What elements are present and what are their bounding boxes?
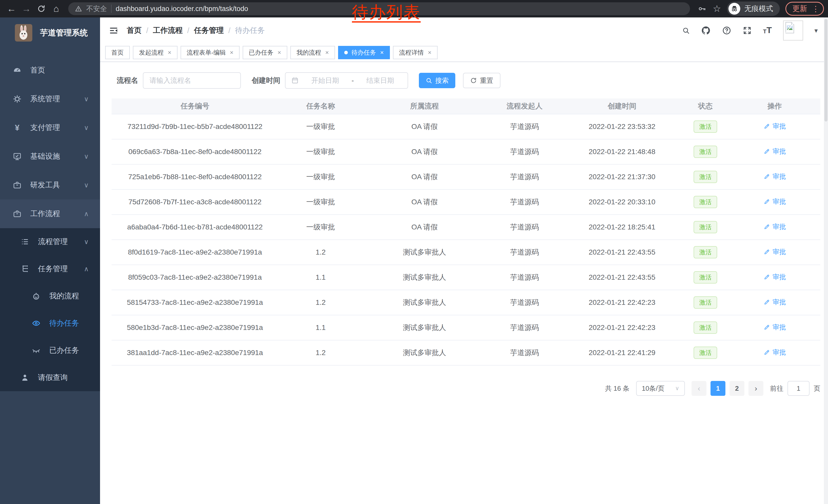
tab-流程表单-编辑[interactable]: 流程表单-编辑× xyxy=(180,46,240,59)
gear-icon xyxy=(11,95,23,103)
search-icon[interactable] xyxy=(682,27,690,34)
reset-button[interactable]: 重置 xyxy=(463,73,500,88)
kebab-menu-icon[interactable]: ⋮ xyxy=(812,4,820,13)
sidebar-item-已办任务[interactable]: 已办任务 xyxy=(0,337,100,364)
table-body: 73211d9d-7b9b-11ec-b5b7-acde48001122一级审批… xyxy=(112,114,820,366)
sidebar-item-label: 待办任务 xyxy=(49,318,79,328)
page-size-select[interactable]: 10条/页 ∨ xyxy=(636,381,685,396)
next-page-button[interactable]: › xyxy=(748,381,763,396)
approve-link[interactable]: 审批 xyxy=(763,273,786,281)
sidebar-item-流程管理[interactable]: 流程管理∨ xyxy=(0,228,100,255)
sidebar-item-任务管理[interactable]: 任务管理∧ xyxy=(0,255,100,282)
goto-page-value: 1 xyxy=(797,384,800,393)
forward-arrow-icon[interactable]: → xyxy=(19,1,34,16)
approve-link[interactable]: 审批 xyxy=(763,348,786,357)
table-row: 73211d9d-7b9b-11ec-b5b7-acde48001122一级审批… xyxy=(112,114,820,139)
help-icon[interactable] xyxy=(722,26,731,35)
approve-link[interactable]: 审批 xyxy=(763,323,786,332)
prev-page-button[interactable]: ‹ xyxy=(692,381,706,396)
user-icon xyxy=(19,373,31,382)
home-icon[interactable]: ⌂ xyxy=(49,1,64,16)
cell-process: 测试多审批人 xyxy=(363,273,486,282)
breadcrumb-separator: / xyxy=(187,27,189,35)
caret-down-icon[interactable]: ▾ xyxy=(815,27,818,35)
cell-initiator: 芋道源码 xyxy=(486,172,563,182)
breadcrumb-item[interactable]: 首页 xyxy=(127,26,141,36)
column-header-流程发起人: 流程发起人 xyxy=(486,101,563,111)
cell-id: 75d72608-7b7f-11ec-a3c8-acde48001122 xyxy=(112,198,278,206)
sidebar-item-工作流程[interactable]: 工作流程∧ xyxy=(0,199,100,228)
cell-initiator: 芋道源码 xyxy=(486,348,563,358)
update-button[interactable]: 更新 ⋮ xyxy=(785,2,824,16)
cell-name: 一级审批 xyxy=(278,122,363,132)
avatar[interactable] xyxy=(783,20,803,41)
approve-link-label: 审批 xyxy=(773,323,786,332)
cell-process: OA 请假 xyxy=(363,172,486,182)
approve-link-label: 审批 xyxy=(773,197,786,206)
tab-首页[interactable]: 首页 xyxy=(105,46,130,59)
key-icon[interactable] xyxy=(695,1,709,16)
pencil-icon xyxy=(763,173,770,180)
page-size-value: 10条/页 xyxy=(642,384,664,393)
process-name-input[interactable]: 请输入流程名 xyxy=(143,72,241,89)
github-icon[interactable] xyxy=(701,26,711,35)
goto-page-input[interactable]: 1 xyxy=(787,381,810,396)
approve-link[interactable]: 审批 xyxy=(763,197,786,206)
approve-link[interactable]: 审批 xyxy=(763,297,786,307)
pencil-icon xyxy=(763,224,770,230)
sidebar-item-待办任务[interactable]: 待办任务 xyxy=(0,310,100,337)
security-label: 不安全 xyxy=(86,4,107,13)
table-row: a6aba0a4-7b6d-11ec-b781-acde48001122一级审批… xyxy=(112,215,820,240)
close-icon[interactable]: × xyxy=(230,49,234,56)
cell-name: 一级审批 xyxy=(278,172,363,182)
breadcrumb-item[interactable]: 工作流程 xyxy=(153,26,182,36)
page-button-2[interactable]: 2 xyxy=(730,381,744,396)
close-icon[interactable]: × xyxy=(428,49,431,56)
sidebar-item-label: 基础设施 xyxy=(30,151,60,162)
tab-待办任务[interactable]: 待办任务× xyxy=(338,46,390,59)
table-row: 75d72608-7b7f-11ec-a3c8-acde48001122一级审批… xyxy=(112,190,820,215)
tab-流程详情[interactable]: 流程详情× xyxy=(393,46,438,59)
breadcrumb-item[interactable]: 任务管理 xyxy=(194,26,224,36)
sidebar-logo-row[interactable]: 芋道管理系统 xyxy=(0,17,100,48)
approve-link[interactable]: 审批 xyxy=(763,222,786,231)
cell-id: 8f0d1619-7ac8-11ec-a9e2-a2380e71991a xyxy=(112,248,278,256)
reload-icon[interactable] xyxy=(34,1,49,16)
approve-link-label: 审批 xyxy=(773,122,786,131)
approve-link[interactable]: 审批 xyxy=(763,122,786,131)
page-header: 首页/工作流程/任务管理/待办任务 TT▾ xyxy=(100,17,828,44)
cell-name: 一级审批 xyxy=(278,222,363,232)
close-icon[interactable]: × xyxy=(380,49,384,56)
approve-link[interactable]: 审批 xyxy=(763,172,786,181)
date-range-picker[interactable]: 开始日期 - 结束日期 xyxy=(285,72,408,89)
search-button[interactable]: 搜索 xyxy=(419,73,455,88)
sidebar-item-系统管理[interactable]: 系统管理∨ xyxy=(0,85,100,113)
briefcase-icon xyxy=(11,210,23,218)
warning-icon xyxy=(75,5,82,12)
close-icon[interactable]: × xyxy=(278,49,281,56)
sidebar-item-支付管理[interactable]: ¥支付管理∨ xyxy=(0,113,100,142)
tab-已办任务[interactable]: 已办任务× xyxy=(243,46,287,59)
fontsize-icon[interactable]: TT xyxy=(763,27,772,34)
sidebar-fold-icon[interactable] xyxy=(109,26,119,35)
tab-我的流程[interactable]: 我的流程× xyxy=(290,46,335,59)
close-icon[interactable]: × xyxy=(325,49,329,56)
cell-created: 2022-01-22 18:25:41 xyxy=(563,223,681,231)
fullscreen-icon[interactable] xyxy=(743,26,752,35)
sidebar-item-label: 研发工具 xyxy=(30,180,60,190)
sidebar-item-我的流程[interactable]: 我的流程 xyxy=(0,282,100,310)
approve-link[interactable]: 审批 xyxy=(763,247,786,256)
sidebar-item-研发工具[interactable]: 研发工具∨ xyxy=(0,171,100,199)
scrollbar[interactable] xyxy=(824,17,828,504)
page-button-1[interactable]: 1 xyxy=(710,381,726,396)
sidebar-item-请假查询[interactable]: 请假查询 xyxy=(0,364,100,391)
back-arrow-icon[interactable]: ← xyxy=(4,1,19,16)
sidebar-item-基础设施[interactable]: 基础设施∨ xyxy=(0,142,100,171)
cell-process: OA 请假 xyxy=(363,147,486,156)
tab-发起流程[interactable]: 发起流程× xyxy=(133,46,177,59)
approve-link[interactable]: 审批 xyxy=(763,147,786,156)
scrollbar-thumb[interactable] xyxy=(824,19,827,122)
sidebar-item-首页[interactable]: 首页 xyxy=(0,56,100,85)
close-icon[interactable]: × xyxy=(168,49,171,56)
star-icon[interactable]: ☆ xyxy=(709,1,724,16)
